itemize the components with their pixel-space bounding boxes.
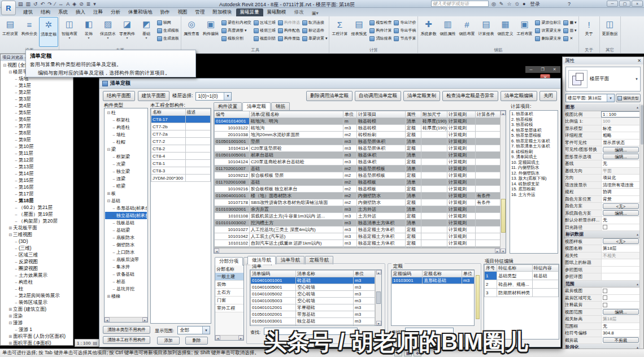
feature-content[interactable]: 砖基础: [532, 272, 558, 280]
ribbon-button-属性查看[interactable]: ◎属性查看: [182, 17, 201, 47]
ribbon-tab-视图[interactable]: 视图: [174, 8, 192, 16]
cell-rule[interactable]: 计算规则: [447, 233, 476, 240]
cell-rule[interactable]: 计算规则: [447, 220, 476, 227]
view-minimize-icon[interactable]: ─: [529, 68, 532, 72]
part-item-装饰[interactable]: 装饰: [215, 281, 243, 289]
ribbon-tab-晨曦翻模[interactable]: 晨曦翻模: [263, 8, 290, 16]
button-自动调用清单定额[interactable]: 自动调用清单定额: [355, 91, 401, 101]
qd-row[interactable]: 010401001001砖基础m3: [251, 277, 375, 284]
thin-lines-icon[interactable]: ≣: [86, 1, 91, 7]
signin-button[interactable]: 登录: [530, 1, 540, 7]
cell-rule[interactable]: 计算规则: [447, 118, 476, 125]
subscription-icon[interactable]: ✎: [499, 1, 504, 7]
ribbon-tab-管理[interactable]: 管理: [192, 8, 209, 16]
property-value[interactable]: 项目北: [601, 175, 640, 181]
cell-rule[interactable]: 计算规则: [447, 159, 476, 166]
ribbon-button-构件筛选[interactable]: 构件筛选: [278, 19, 300, 27]
tree-item-天花板平面[interactable]: ⊞天花板平面: [1, 224, 73, 231]
cell-rule[interactable]: 计算规则: [447, 125, 476, 132]
tree-item-渲染[interactable]: ⊞渲染: [1, 312, 73, 319]
property-value[interactable]: 协调: [601, 189, 640, 195]
type-tree-item-框架梁[interactable]: –框架梁: [105, 153, 147, 160]
cell-rule[interactable]: 计算规则: [447, 152, 476, 159]
tree-item-第18层[interactable]: –第18层: [1, 197, 73, 204]
ribbon-button-钢筋定义[interactable]: ▦钢筋定义: [495, 17, 515, 47]
type-tree-item-基础[interactable]: ⊟基础: [105, 197, 147, 204]
cell-rule[interactable]: 计算规则: [447, 193, 476, 199]
tab-构件设置[interactable]: 构件设置: [214, 102, 242, 111]
type-tree-item-条形基础(桩承台)[interactable]: –条形基础(桩承台): [105, 204, 147, 212]
cell-rule[interactable]: 计算规则: [447, 206, 476, 213]
table-row[interactable]: 10107178SBS改性沥青防水卷材热熔满铺法墙面m2内侧壁防水定额计算规则有…: [215, 199, 501, 206]
ribbon-tab-系统[interactable]: 系统: [54, 8, 72, 16]
tree-item-反梁视图[interactable]: –反梁视图: [1, 258, 73, 265]
tree-item-第17层[interactable]: –第17层: [1, 190, 73, 197]
button-清单定额编辑[interactable]: 清单定额编辑: [501, 91, 537, 101]
3d-view-icon[interactable]: ◈: [72, 1, 76, 7]
view-close-icon[interactable]: ✕: [553, 67, 556, 72]
table-row[interactable]: 10103122砖地沟m3独基砖模定额砖厚度(190)计算规则: [215, 125, 501, 132]
cell-rule[interactable]: 计算规则: [447, 186, 476, 193]
tree-item-立面 (建筑立面)[interactable]: ⊞立面 (建筑立面): [1, 306, 73, 312]
ribbon-button-计算报表[interactable]: ▤计算报表: [476, 17, 495, 47]
property-value[interactable]: 标准: [601, 125, 640, 132]
ribbon-button-梁在柱内相交[interactable]: 梁在柱内相交: [221, 19, 251, 27]
component-row[interactable]: CT8-17: [151, 116, 211, 123]
undo-icon[interactable]: ↶: [41, 1, 45, 7]
qat-customize-icon[interactable]: ▾: [93, 1, 96, 7]
property-button-可见性/图形替换[interactable]: 编辑...: [603, 147, 639, 153]
qd-row[interactable]: 010501002001带形基础m3: [251, 311, 375, 318]
ribbon-button-▥[interactable]: ▥ ▾: [563, 27, 576, 34]
tree-item-第5层[interactable]: –第5层: [1, 109, 73, 116]
tree-item-第14层[interactable]: –第14层: [1, 170, 73, 177]
show-range-combo[interactable]: 全部▼: [177, 326, 210, 334]
tree-item-第2层[interactable]: –第2层: [1, 89, 73, 95]
vertical-scrollbar[interactable]: [639, 104, 643, 355]
dimension-icon[interactable]: ↔: [58, 1, 63, 7]
minimize-icon[interactable]: ─: [607, 1, 618, 7]
sync-icon[interactable]: ↺: [33, 1, 38, 7]
tree-item-（60.2）第21层[interactable]: –（60.2）第21层: [1, 204, 73, 211]
component-row[interactable]: CT7-2a: [151, 130, 211, 138]
ribbon-button-▦[interactable]: ▦ ▾: [563, 19, 576, 27]
type-tree-item-底板防水[interactable]: –底板防水: [105, 234, 147, 241]
type-tree-item-桩基[interactable]: –桩基: [105, 278, 147, 285]
view-restore-icon[interactable]: ❐: [541, 67, 544, 72]
tree-item-土方效果展示[interactable]: –土方效果展示: [1, 272, 73, 278]
ribbon-tab-▣▾[interactable]: ▣▾: [308, 10, 323, 16]
horizontal-scrollbar[interactable]: ◂▸: [105, 317, 147, 322]
table-row[interactable]: 010501005001桩承台基础m3独基体积清单计算规则: [215, 152, 501, 159]
property-button-图形显示选项[interactable]: 编辑...: [603, 154, 639, 159]
star-icon[interactable]: ✩: [515, 1, 519, 7]
type-tree-item-设备基础[interactable]: –设备基础: [105, 271, 147, 278]
maximize-icon[interactable]: ▢: [619, 1, 630, 7]
search-icon[interactable]: ◎: [491, 1, 496, 7]
feature-content[interactable]: [532, 280, 558, 289]
ribbon-button-基础[interactable]: ◩基础▼: [137, 17, 156, 47]
button-建筑平面图[interactable]: 建筑平面图: [138, 91, 170, 101]
component-row[interactable]: CT7-2: [151, 138, 211, 145]
table-row[interactable]: 10109216胶合板模板 独立桩承台m2独基模板定额计算规则: [215, 186, 501, 193]
ribbon-button-生成模板[interactable]: 生成模板: [157, 27, 179, 34]
dialog-title-bar[interactable]: 清单定额: [99, 79, 560, 89]
table-row[interactable]: 10101042人工装土(汽车运)m3独基定额土方体积定额计算规则: [215, 233, 501, 240]
type-tree-item-上口防水[interactable]: –上口防水: [105, 249, 147, 256]
user-icon[interactable]: ●: [523, 1, 525, 7]
type-tree-item-基础梁[interactable]: –基础梁: [105, 227, 147, 234]
ribbon-button-智能布置[interactable]: ◫智能布置▼: [60, 17, 79, 47]
ribbon-tab-注释[interactable]: 注释: [89, 8, 107, 16]
ribbon-tab-分析[interactable]: 分析: [107, 8, 124, 16]
ribbon-tab-体量和场地[interactable]: 体量和场地: [124, 8, 156, 16]
part-item-门窗[interactable]: 门窗: [215, 297, 243, 304]
tree-item-(3D)[interactable]: –(3D): [1, 238, 73, 245]
tab-做法导航[interactable]: 做法导航: [247, 256, 276, 264]
ribbon-button-报表预览[interactable]: ▤报表预览: [349, 17, 368, 47]
ribbon-tab-结构[interactable]: 结构: [37, 8, 54, 16]
ribbon-button-清除报表[interactable]: 清除报表: [369, 34, 391, 42]
calc-item[interactable]: 9. 清单回填土: [511, 154, 556, 160]
tab-分部分项[interactable]: 分部分项: [215, 257, 243, 265]
calc-item[interactable]: 5. 独基垫层模板: [511, 133, 556, 138]
ribbon-button-楼层三维[interactable]: 楼层三维: [254, 27, 276, 34]
ribbon-button-高度调整[interactable]: 高度调整 ▾: [221, 27, 251, 34]
cell-rule[interactable]: 计算规则: [447, 240, 476, 247]
